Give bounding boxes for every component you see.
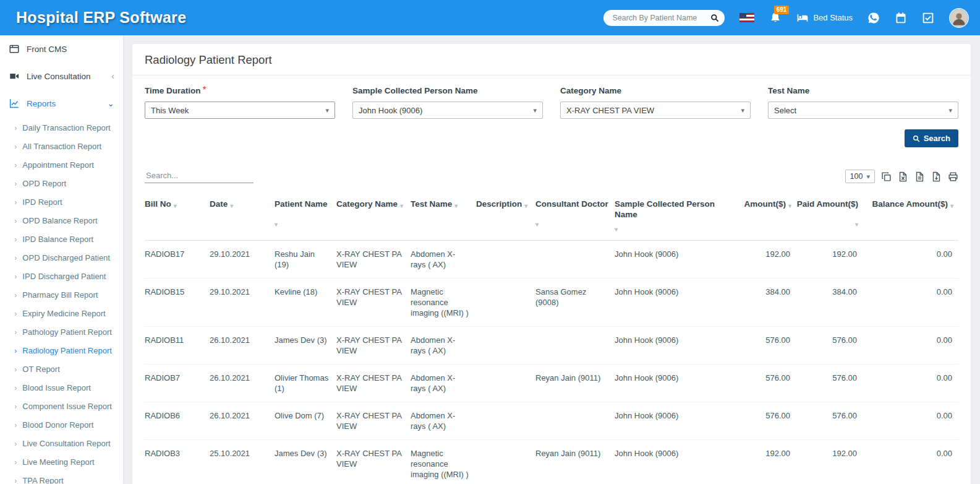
sample-person-select[interactable]: John Hook (9006) ▾ — [352, 102, 543, 119]
sidebar-report-item-label: Live Meeting Report — [22, 457, 94, 467]
notifications[interactable]: 691 — [769, 12, 782, 24]
sidebar-report-item[interactable]: › Live Consultation Report — [0, 434, 123, 452]
table-row[interactable]: RADIOB3 25.10.2021 James Dev (3) X-RAY C… — [145, 440, 958, 484]
cell-bill-no: RADIOB3 — [145, 440, 210, 484]
sidebar-report-item-label: OPD Discharged Patient — [22, 253, 110, 262]
sidebar-report-item[interactable]: › Blood Issue Report — [0, 378, 123, 397]
sidebar-report-item[interactable]: › IPD Report — [0, 192, 123, 211]
col-header-description[interactable]: Description▾ — [476, 193, 535, 240]
col-header-sample-person[interactable]: Sample Collected Person Name▾ — [615, 193, 742, 240]
col-header-bill-no[interactable]: Bill No▾ — [145, 193, 210, 240]
sidebar-item-label: Reports — [27, 99, 100, 108]
chevron-right-icon: › — [14, 402, 17, 410]
sidebar-item-live-consultation[interactable]: Live Consultation ‹ — [0, 63, 123, 90]
cell-bill-no: RADIOB7 — [145, 365, 210, 402]
col-header-date[interactable]: Date▾ — [210, 193, 275, 240]
table-search-input[interactable] — [145, 168, 254, 183]
col-header-patient-name[interactable]: Patient Name▾ — [275, 193, 336, 240]
page-size-select[interactable]: 100 ▾ — [845, 170, 875, 183]
patient-search-input[interactable] — [603, 10, 725, 26]
sidebar-report-item[interactable]: › TPA Report — [0, 471, 123, 484]
chevron-right-icon: › — [14, 198, 17, 206]
whatsapp-icon[interactable] — [867, 12, 880, 24]
chevron-right-icon: › — [14, 458, 17, 466]
bed-icon — [796, 12, 809, 24]
pdf-export-icon[interactable] — [931, 171, 942, 182]
cell-category-name: X-RAY CHEST PA VIEW — [336, 440, 411, 484]
bed-status-button[interactable]: Bed Status — [796, 12, 853, 24]
col-header-paid-amount[interactable]: Paid Amount($)▾ — [796, 193, 863, 240]
time-duration-select[interactable]: This Week ▾ — [145, 102, 335, 119]
sidebar-item-reports[interactable]: Reports ⌄ — [0, 90, 123, 117]
cell-bill-no: RADIOB17 — [145, 241, 210, 278]
sidebar-report-item[interactable]: › Radiology Patient Report — [0, 341, 123, 360]
language-flag-icon[interactable] — [739, 13, 754, 22]
search-icon[interactable] — [710, 14, 719, 22]
copy-icon[interactable] — [881, 171, 892, 182]
sidebar-report-item[interactable]: › All Transaction Report — [0, 137, 123, 155]
chevron-right-icon: › — [14, 161, 17, 169]
sidebar-report-item[interactable]: › Component Issue Report — [0, 397, 123, 415]
sidebar-report-item[interactable]: › IPD Balance Report — [0, 230, 123, 248]
category-label: Category Name — [560, 86, 621, 95]
bed-status-label: Bed Status — [813, 13, 853, 22]
report-table: Bill No▾ Date▾ Patient Name▾ Category Na… — [145, 193, 958, 484]
patient-search — [603, 10, 725, 26]
cell-balance-amount: 0.00 — [863, 279, 958, 326]
chevron-right-icon: › — [14, 439, 17, 447]
calendar-icon[interactable] — [895, 12, 907, 24]
filter-test-name: Test Name Select ▾ — [768, 85, 958, 119]
sidebar-report-item[interactable]: › OT Report — [0, 360, 123, 378]
sidebar-report-item[interactable]: › OPD Report — [0, 174, 123, 192]
sort-icon: ▾ — [950, 199, 953, 211]
table-row[interactable]: RADIOB11 26.10.2021 James Dev (3) X-RAY … — [145, 327, 958, 365]
table-row[interactable]: RADIOB15 29.10.2021 Kevline (18) X-RAY C… — [145, 279, 958, 327]
filter-bar: Time Duration* This Week ▾ Sample Collec… — [132, 76, 971, 119]
sidebar-report-item[interactable]: › Expiry Medicine Report — [0, 304, 123, 322]
print-icon[interactable] — [948, 171, 958, 182]
csv-export-icon[interactable] — [914, 171, 925, 182]
cell-amount: 192.00 — [742, 440, 796, 484]
cell-category-name: X-RAY CHEST PA VIEW — [336, 402, 411, 439]
test-name-select[interactable]: Select ▾ — [768, 102, 958, 119]
cell-consultant-doctor: Reyan Jain (9011) — [535, 365, 615, 402]
chevron-right-icon: › — [14, 365, 17, 373]
user-avatar[interactable] — [949, 8, 969, 28]
sidebar-item-label: Live Consultation — [27, 72, 104, 81]
sidebar-report-item-label: Live Consultation Report — [22, 439, 110, 448]
table-toolbar: 100 ▾ — [132, 168, 971, 183]
sidebar-report-item[interactable]: › OPD Balance Report — [0, 211, 123, 230]
cell-date: 26.10.2021 — [210, 402, 275, 439]
table-row[interactable]: RADIOB17 29.10.2021 Reshu Jain (19) X-RA… — [145, 241, 958, 279]
search-button[interactable]: Search — [905, 129, 958, 147]
col-header-category-name[interactable]: Category Name▾ — [336, 193, 411, 240]
cell-test-name: Abdomen X-rays ( AX) — [411, 402, 476, 439]
sidebar-item-front-cms[interactable]: Front CMS — [0, 35, 123, 63]
category-select[interactable]: X-RAY CHEST PA VIEW ▾ — [560, 102, 751, 119]
col-header-test-name[interactable]: Test Name▾ — [411, 193, 476, 240]
sidebar-report-item-label: Radiology Patient Report — [22, 346, 112, 355]
chevron-down-icon: ⌄ — [107, 98, 114, 108]
sidebar-report-item[interactable]: › IPD Discharged Patient — [0, 267, 123, 285]
col-header-balance-amount[interactable]: Balance Amount($)▾ — [863, 193, 958, 240]
sidebar-report-item[interactable]: › Daily Transaction Report — [0, 118, 123, 137]
cell-description — [476, 279, 535, 326]
tasks-icon[interactable] — [922, 12, 934, 24]
cell-test-name: Abdomen X-rays ( AX) — [411, 327, 476, 364]
sidebar-report-item[interactable]: › Appointment Report — [0, 155, 123, 174]
table-row[interactable]: RADIOB7 26.10.2021 Olivier Thomas (1) X-… — [145, 365, 958, 402]
chevron-right-icon: › — [14, 235, 17, 243]
sidebar-report-item[interactable]: › OPD Discharged Patient — [0, 248, 123, 267]
cell-sample-person: John Hook (9006) — [615, 440, 742, 484]
table-row[interactable]: RADIOB6 26.10.2021 Olive Dom (7) X-RAY C… — [145, 402, 958, 440]
page-size-value: 100 — [850, 172, 863, 181]
excel-export-icon[interactable] — [898, 171, 908, 182]
sidebar-report-item[interactable]: › Pathology Patient Report — [0, 322, 123, 341]
col-header-consultant-doctor[interactable]: Consultant Doctor▾ — [535, 193, 615, 240]
sidebar-report-item[interactable]: › Live Meeting Report — [0, 452, 123, 471]
sample-person-value: John Hook (9006) — [359, 106, 422, 115]
sidebar-report-item[interactable]: › Blood Donor Report — [0, 415, 123, 434]
col-header-amount[interactable]: Amount($)▾ — [742, 193, 796, 240]
cell-patient-name: James Dev (3) — [275, 327, 336, 364]
sidebar-report-item[interactable]: › Pharmacy Bill Report — [0, 285, 123, 304]
